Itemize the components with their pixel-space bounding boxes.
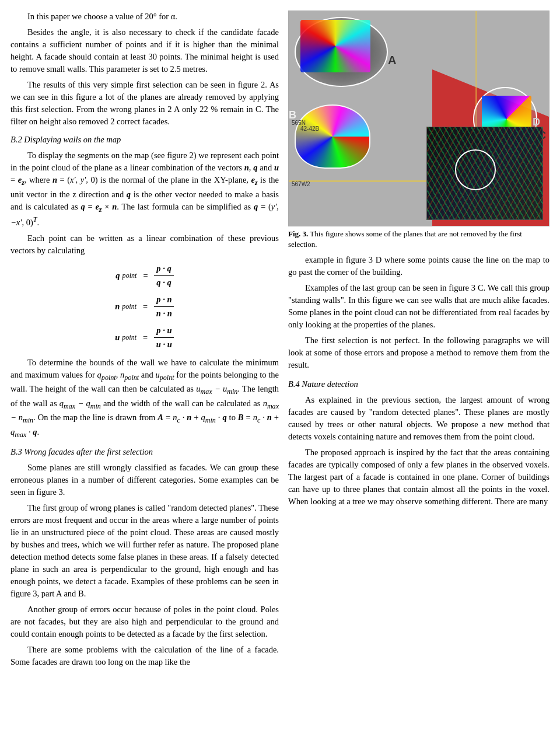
lidar-d-panel xyxy=(426,127,543,220)
math-equations: qpoint = p · q q · q npoint = p · n n · … xyxy=(10,263,279,351)
para10: There are some problems with the calcula… xyxy=(10,644,279,668)
para1: In this paper we choose a value of 20° f… xyxy=(10,11,279,23)
right-para4: As explained in the previous section, th… xyxy=(288,394,550,443)
section-b4-heading: B.4 Nature detection xyxy=(288,378,550,390)
para4: To display the segments on the map (see … xyxy=(10,149,279,229)
para8: The first group of wrong planes is calle… xyxy=(10,502,279,600)
para2: Besides the angle, it is also necessary … xyxy=(10,26,279,75)
left-column: In this paper we choose a value of 20° f… xyxy=(10,11,279,672)
eq-npoint: npoint = p · n n · n xyxy=(115,294,174,320)
point-cloud-b xyxy=(295,104,370,169)
para3: The results of this very simple first se… xyxy=(10,79,279,128)
circle-d xyxy=(455,149,496,190)
section-b3-heading: B.3 Wrong facades after the first select… xyxy=(10,446,279,458)
right-para5: The proposed approach is inspired by the… xyxy=(288,446,550,508)
eq-upoint: upoint = p · u u · u xyxy=(115,324,174,351)
fig3-caption-text: This figure shows some of the planes tha… xyxy=(288,229,522,249)
para5: Each point can be written as a linear co… xyxy=(10,232,279,257)
para7: Some planes are still wrongly classified… xyxy=(10,462,279,498)
right-para2: Examples of the last group can be seen i… xyxy=(288,282,550,331)
fig3-label: Fig. 3. xyxy=(288,229,308,238)
figure-3-image: A B C D 565N 42-42B xyxy=(288,11,550,226)
para6: To determine the bounds of the wall we h… xyxy=(10,357,279,440)
point-cloud-a-content xyxy=(300,20,370,72)
right-para3: The first selection is not perfect. In t… xyxy=(288,334,550,371)
label-a: A xyxy=(388,52,396,69)
figure-3-caption: Fig. 3. This figure shows some of the pl… xyxy=(288,229,550,249)
figure-3: A B C D 565N 42-42B xyxy=(288,11,550,249)
label-d: D xyxy=(533,114,540,130)
figure-bg: A B C D 565N 42-42B xyxy=(289,11,549,226)
para9: Another group of errors occur because of… xyxy=(10,603,279,640)
eq-qpoint: qpoint = p · q q · q xyxy=(116,263,173,289)
right-column: A B C D 565N 42-42B xyxy=(288,11,550,672)
right-text-area: example in figure 3 D where some points … xyxy=(288,254,550,508)
section-b2-heading: B.2 Displaying walls on the map xyxy=(10,134,279,146)
right-para1: example in figure 3 D where some points … xyxy=(288,254,550,278)
